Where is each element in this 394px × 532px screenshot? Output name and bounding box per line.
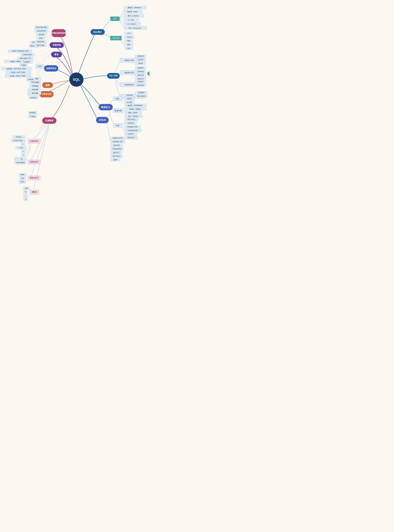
leaf-primarykey: 主键（primary key） — [124, 26, 147, 30]
mindmap-container: SQL SQL简介 术语 数据库（database） 数据表（table） 模式… — [0, 0, 150, 205]
leaf-grant1: GRANT — [135, 80, 146, 84]
leaf-and: AND — [19, 173, 26, 176]
leaf-neq: <> 或 != — [16, 146, 26, 150]
leaf-view-obj: 视图（VIEW） — [125, 111, 142, 114]
node-constraints: 约束 — [113, 123, 122, 128]
leaf-rollbackto: ROLLBACK TO — [17, 57, 34, 60]
leaf-statement: 语句 — [124, 47, 133, 50]
leaf-updateset: UPDATE SET — [110, 140, 125, 143]
node-crud: CRUD — [96, 117, 109, 123]
leaf-eq: = — [21, 142, 26, 146]
leaf-begin: BEGIN — [36, 33, 47, 37]
leaf-expression: 表达式 — [124, 35, 135, 39]
leaf-clause: 子句 — [124, 32, 133, 35]
node-logical: 逻辑运算符 — [28, 176, 40, 180]
leaf-commit1: COMMIT — [135, 91, 148, 94]
node-commands: 指令 — [113, 96, 122, 101]
leaf-create1: CREATE — [135, 54, 146, 58]
svg-line-12 — [120, 40, 124, 47]
node-sql-types: SQL 分类 — [107, 73, 120, 79]
leaf-row: 行（row） — [124, 18, 139, 22]
leaf-default: DEFAULT — [124, 136, 138, 139]
node-sql-intro: SQL简介 — [91, 29, 105, 35]
leaf-commit2: COMMIT — [21, 60, 33, 64]
leaf-index-obj: 索引（INDEX） — [125, 115, 143, 118]
svg-line-30 — [109, 110, 113, 125]
svg-line-93 — [41, 55, 50, 55]
leaf-like: LIKE — [23, 187, 30, 190]
leaf-table: 数据表（table） — [124, 10, 143, 14]
svg-line-57 — [33, 127, 49, 191]
leaf-update1: UPDATE — [135, 70, 146, 74]
leaf-limit: LIMIT — [110, 158, 120, 162]
leaf-drop2: DROP — [124, 97, 135, 101]
leaf-schema: 模式（schema） — [124, 14, 144, 18]
central-node: SQL — [69, 73, 83, 87]
node-functions: 函数 — [42, 82, 53, 88]
leaf-between: BETWEEN — [15, 161, 26, 164]
svg-line-15 — [115, 78, 120, 85]
leaf-lt: < — [21, 153, 26, 157]
leaf-delete2: DELETE — [110, 144, 123, 147]
leaf-predicate: 谓词 — [124, 39, 133, 42]
leaf-delete1: DELETE — [135, 74, 146, 77]
leaf-leftjoin: 左连接（LEFT JOIN） — [5, 71, 31, 74]
leaf-database: 数据库（database） — [124, 6, 146, 10]
leaf-truncate: TRUNCATE — [110, 147, 124, 151]
leaf-revoke1: REVOKE — [135, 84, 146, 87]
leaf-rollback1: ROLLBACK — [135, 95, 148, 98]
svg-line-16 — [115, 80, 120, 96]
leaf-underscore: _ — [23, 194, 28, 197]
svg-line-62 — [25, 143, 31, 144]
leaf-datefunc: 日期函数 — [29, 84, 41, 88]
svg-line-89 — [36, 68, 42, 72]
node-data-def: 数据定义 — [98, 104, 113, 110]
leaf-procedure: PROCEDURE — [34, 26, 48, 29]
leaf-having: HAVING — [28, 96, 38, 100]
leaf-selfjoin: 自连接 — [19, 63, 28, 67]
svg-line-13 — [115, 61, 120, 72]
leaf-where: WHERE — [28, 111, 37, 115]
node-stored: 存储过程和游标 — [52, 29, 66, 37]
leaf-select2: SELECT — [110, 151, 122, 154]
leaf-isnotnull: IS NOT NULL — [11, 139, 26, 142]
leaf-table-obj: 数据表（TABLE） — [125, 107, 147, 111]
svg-line-90 — [36, 68, 42, 76]
svg-line-94 — [41, 55, 50, 58]
leaf-rightjoin: 右连接（RIGHT JOIN） — [5, 74, 31, 78]
leaf-union: UNION — [26, 78, 36, 81]
badge-crud: CRUD — [147, 72, 150, 75]
leaf-starttx: START TRANSACTION — [8, 49, 32, 53]
svg-line-23 — [131, 74, 135, 79]
leaf-insertinto: INSERT INTO — [110, 137, 125, 140]
svg-line-92 — [41, 51, 50, 54]
node-objects: 数据对象 — [113, 108, 124, 113]
leaf-savepoint: SAVEPOINT — [21, 53, 35, 56]
leaf-drop1: DROP — [135, 62, 146, 65]
node-join: 连接和组合 — [44, 65, 58, 72]
leaf-not: NOT — [19, 180, 26, 184]
node-syntax: 语法结构 — [110, 36, 122, 40]
leaf-gt: > — [21, 150, 26, 153]
leaf-unique: UNIQUE — [124, 121, 137, 125]
leaf-query: 查询 — [124, 43, 133, 46]
node-join-type: JOIN — [36, 64, 44, 68]
leaf-db-obj: 数据库（DATABASE） — [125, 104, 147, 107]
node-filter: 过滤数据 — [42, 117, 56, 124]
node-wildcard: 通配符 — [30, 190, 39, 194]
svg-line-95 — [41, 56, 50, 62]
leaf-isnull: IS NULL — [13, 135, 25, 139]
node-comparison: 比较运算符 — [28, 139, 40, 143]
node-access: 权限控制 — [50, 42, 64, 48]
leaf-fk: FOREIGN KEY — [124, 129, 142, 132]
leaf-aggfunc: 聚合函数 — [29, 91, 41, 95]
node-transaction: 事务 — [51, 52, 62, 57]
leaf-notnull: NOT NULL — [124, 118, 139, 121]
leaf-insert1: INSERT — [135, 66, 146, 70]
leaf-trigger: TRIGGER — [35, 40, 47, 44]
leaf-subquery: 子查询 — [28, 115, 37, 118]
leaf-end: END — [36, 37, 45, 40]
leaf-convfunc: 转换函数 — [29, 88, 41, 91]
leaf-percent: % — [23, 190, 28, 194]
leaf-pk: PRIMARY KEY — [124, 125, 141, 129]
